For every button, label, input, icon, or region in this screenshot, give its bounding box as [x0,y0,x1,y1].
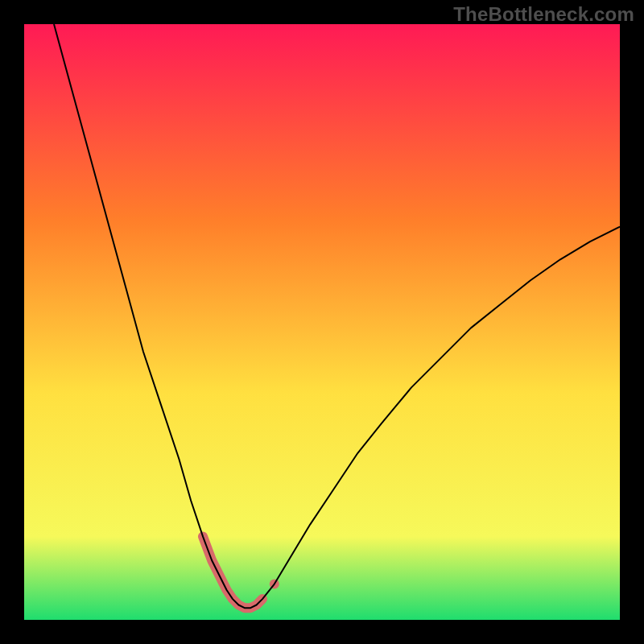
gradient-background [24,24,620,620]
watermark-text: TheBottleneck.com [453,3,634,26]
plot-svg [24,24,620,620]
chart-container: TheBottleneck.com [0,0,644,644]
plot-area [24,24,620,620]
